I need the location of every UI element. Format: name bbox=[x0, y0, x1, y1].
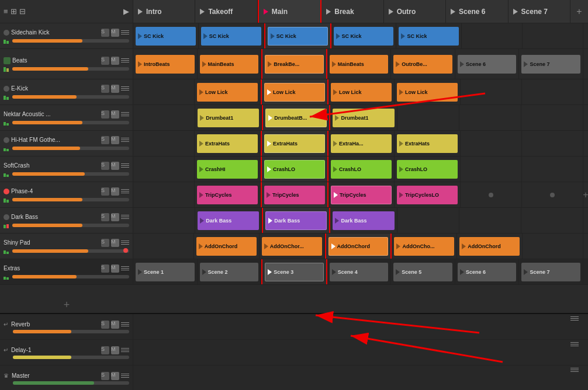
fader-sidechain-kick[interactable] bbox=[12, 39, 129, 43]
track-m-shinypad[interactable]: M bbox=[111, 239, 119, 247]
sort-icon[interactable]: ▶ bbox=[123, 7, 129, 16]
track-menu-ekick[interactable] bbox=[121, 85, 129, 93]
clip-extrahats-4[interactable]: ExtraHats bbox=[397, 134, 458, 153]
clip-tripcycles-3-active[interactable]: TripCycles bbox=[331, 186, 392, 204]
track-s-nektar[interactable]: S bbox=[101, 110, 109, 119]
track-s-sidechain-kick[interactable]: S bbox=[101, 29, 109, 37]
clip-crashlo-4[interactable]: CrashLO bbox=[397, 160, 458, 179]
clip-mainbeats-1[interactable]: MainBeats bbox=[200, 55, 259, 74]
track-m-reverb[interactable]: M bbox=[111, 321, 119, 329]
track-s-beats[interactable]: S bbox=[101, 57, 109, 65]
clip-cell-4-4[interactable]: ExtraHats bbox=[395, 131, 461, 156]
clip-cell-7-3[interactable]: Dark Bass bbox=[330, 208, 397, 233]
track-s-phase4[interactable]: S bbox=[101, 187, 109, 196]
track-s-softcrash[interactable]: S bbox=[101, 162, 109, 170]
clip-addonchor-2[interactable]: AddOnChor... bbox=[262, 237, 322, 256]
track-dot-phase4[interactable] bbox=[4, 189, 9, 194]
track-m-extras[interactable]: M bbox=[111, 264, 119, 273]
clip-scene6-beats[interactable]: Scene 6 bbox=[458, 55, 517, 74]
clip-cell-9-4[interactable]: Scene 5 bbox=[391, 259, 455, 284]
scene-7[interactable]: Scene 7 bbox=[509, 0, 570, 23]
clip-cell-5-3[interactable]: CrashLO bbox=[328, 156, 395, 182]
clip-outrobe[interactable]: OutroBe... bbox=[393, 55, 452, 74]
scene-6[interactable]: Scene 6 bbox=[446, 0, 508, 23]
clip-cell-4-2[interactable]: ExtraHats bbox=[261, 131, 328, 156]
clip-lowlick-4[interactable]: Low Lick bbox=[397, 83, 458, 102]
track-menu-master[interactable] bbox=[121, 372, 129, 380]
scene-icon2[interactable]: ⊞ bbox=[11, 7, 17, 16]
clip-sc-kick-5[interactable]: SC Kick bbox=[399, 27, 459, 46]
clip-tripcycleslo[interactable]: TripCyclesLO bbox=[397, 186, 458, 204]
clip-cell-9-6[interactable]: Scene 7 bbox=[519, 259, 583, 284]
track-dot-sidechain-kick[interactable] bbox=[4, 30, 9, 36]
track-m-ekick[interactable]: M bbox=[111, 85, 119, 93]
track-m-hihat[interactable]: M bbox=[111, 136, 119, 144]
track-menu-softcrash[interactable] bbox=[121, 162, 129, 170]
clip-cell-6-2[interactable]: TripCycles bbox=[261, 182, 328, 207]
track-dot-darkbass[interactable] bbox=[4, 214, 9, 220]
clip-lowlick-1[interactable]: Low Lick bbox=[197, 83, 258, 102]
clip-cell-5-2[interactable]: CrashLO bbox=[261, 156, 328, 182]
clip-cell-1-0[interactable]: IntroBeats bbox=[133, 49, 198, 79]
clip-cell-1-4[interactable]: OutroBe... bbox=[391, 49, 455, 79]
clip-cell-4-1[interactable]: ExtraHats bbox=[195, 131, 261, 156]
clip-cell-7-2[interactable]: Dark Bass bbox=[262, 208, 330, 233]
clip-cell-0-3[interactable]: SC Kick bbox=[331, 23, 397, 48]
clip-scene7-beats[interactable]: Scene 7 bbox=[521, 55, 580, 74]
track-menu-delay1[interactable] bbox=[121, 346, 129, 354]
clip-extraha-3[interactable]: ExtraHa... bbox=[331, 134, 392, 153]
fader-nektar[interactable] bbox=[12, 121, 129, 124]
add-track-button[interactable]: + bbox=[64, 299, 70, 311]
clip-lowlick-2-active[interactable]: Low Lick bbox=[264, 83, 325, 102]
clip-sc-kick-1[interactable]: SC Kick bbox=[136, 27, 196, 46]
clip-cell-5-4[interactable]: CrashLO bbox=[395, 156, 461, 182]
clip-cell-8-3[interactable]: AddOnChord bbox=[325, 234, 392, 259]
track-m-master[interactable]: M bbox=[111, 372, 119, 380]
track-end-delay1[interactable] bbox=[570, 340, 579, 348]
clip-cell-9-3[interactable]: Scene 4 bbox=[327, 259, 392, 284]
clip-cell-6-4[interactable]: TripCyclesLO bbox=[395, 182, 461, 207]
track-s-extras[interactable]: S bbox=[101, 264, 109, 273]
clip-cell-6-3[interactable]: TripCycles bbox=[328, 182, 395, 207]
track-menu-darkbass[interactable] bbox=[121, 213, 129, 221]
clip-cell-9-1[interactable]: Scene 2 bbox=[198, 259, 262, 284]
clip-drumbeatb-active[interactable]: DrumbeatB... bbox=[265, 109, 327, 127]
fader-reverb[interactable] bbox=[13, 330, 129, 333]
clip-darkbass-3[interactable]: Dark Bass bbox=[333, 211, 394, 230]
track-m-softcrash[interactable]: M bbox=[111, 162, 119, 170]
clip-scene5-extras[interactable]: Scene 5 bbox=[393, 263, 452, 281]
clip-drumbeat1-1[interactable]: Drumbeat1 bbox=[198, 109, 259, 127]
track-s-shinypad[interactable]: S bbox=[101, 239, 109, 247]
track-folder-beats[interactable] bbox=[4, 57, 11, 64]
track-s-hihat[interactable]: S bbox=[101, 136, 109, 144]
track-s-darkbass[interactable]: S bbox=[101, 213, 109, 221]
clip-cell-3-3[interactable]: Drumbeat1 bbox=[330, 105, 397, 130]
clip-cell-1-5[interactable]: Scene 6 bbox=[455, 49, 520, 79]
track-m-darkbass[interactable]: M bbox=[111, 213, 119, 221]
clip-cell-0-1[interactable]: SC Kick bbox=[199, 23, 264, 48]
clip-crashlo-3[interactable]: CrashLO bbox=[331, 160, 392, 179]
track-menu-extras[interactable] bbox=[121, 264, 129, 273]
scene-takeoff[interactable]: Takeoff bbox=[195, 0, 257, 23]
track-s-reverb[interactable]: S bbox=[101, 321, 109, 329]
track-menu-sidechain-kick[interactable] bbox=[121, 29, 129, 37]
track-menu-beats[interactable] bbox=[121, 57, 129, 65]
clip-crashi[interactable]: CrashHI bbox=[197, 160, 258, 179]
fader-shinypad[interactable] bbox=[12, 249, 129, 253]
fader-hihat[interactable] bbox=[12, 147, 129, 150]
clip-scene7-extras[interactable]: Scene 7 bbox=[521, 263, 580, 281]
track-m-beats[interactable]: M bbox=[111, 57, 119, 65]
track-dot-ekick[interactable] bbox=[4, 86, 9, 92]
clip-lowlick-3[interactable]: Low Lick bbox=[331, 83, 392, 102]
clip-cell-2-4[interactable]: Low Lick bbox=[395, 79, 461, 105]
track-end-master[interactable] bbox=[570, 365, 579, 374]
track-menu-nektar[interactable] bbox=[121, 110, 129, 119]
fader-master[interactable] bbox=[13, 381, 129, 385]
track-m-nektar[interactable]: M bbox=[111, 110, 119, 119]
clip-addonchord-3-active[interactable]: AddOnChord bbox=[328, 237, 389, 256]
clip-cell-5-1[interactable]: CrashHI bbox=[195, 156, 261, 182]
scene-icon3[interactable]: ⊟ bbox=[19, 7, 26, 16]
track-s-ekick[interactable]: S bbox=[101, 85, 109, 93]
clip-cell-9-2[interactable]: Scene 3 bbox=[261, 259, 327, 284]
add-track-area[interactable]: + bbox=[0, 299, 133, 311]
